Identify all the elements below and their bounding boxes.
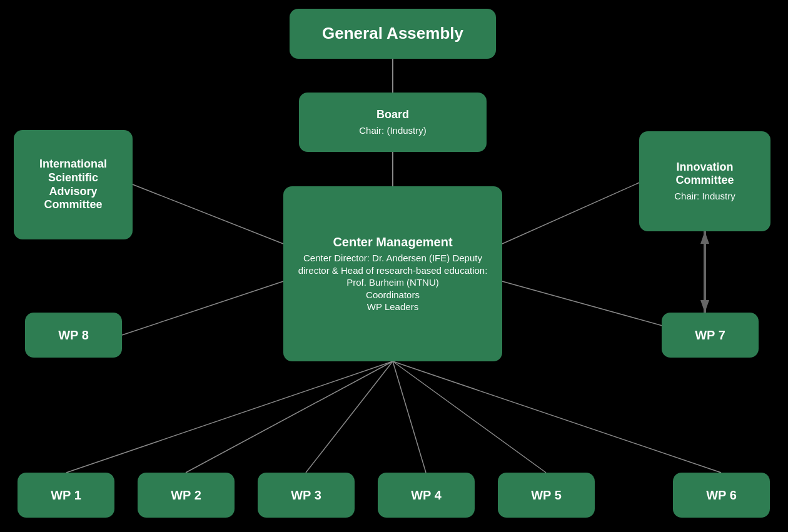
innovation-committee-node: InnovationCommittee Chair: Industry — [639, 131, 770, 231]
general-assembly-node: General Assembly — [290, 9, 496, 59]
wp2-node: WP 2 — [138, 473, 235, 518]
svg-line-9 — [393, 361, 426, 473]
wp7-node: WP 7 — [662, 313, 759, 358]
wp2-title: WP 2 — [171, 488, 201, 503]
svg-line-11 — [393, 361, 721, 473]
svg-line-4 — [122, 281, 283, 335]
center-management-node: Center Management Center Director: Dr. A… — [283, 186, 502, 361]
org-chart: General Assembly Board Chair: (Industry)… — [0, 0, 788, 532]
wp6-node: WP 6 — [673, 473, 770, 518]
svg-line-8 — [306, 361, 393, 473]
wp8-title: WP 8 — [58, 328, 89, 343]
svg-marker-14 — [700, 300, 709, 313]
wp6-title: WP 6 — [706, 488, 737, 503]
isac-title: InternationalScientificAdvisoryCommittee — [39, 158, 107, 211]
svg-line-3 — [502, 181, 642, 244]
wp4-title: WP 4 — [411, 488, 442, 503]
wp3-node: WP 3 — [258, 473, 355, 518]
ic-subtitle: Chair: Industry — [674, 190, 735, 203]
general-assembly-title: General Assembly — [322, 24, 463, 43]
cm-subtitle: Center Director: Dr. Andersen (IFE) Depu… — [292, 252, 493, 313]
wp3-title: WP 3 — [291, 488, 321, 503]
board-title: Board — [376, 108, 409, 122]
svg-line-7 — [186, 361, 393, 473]
ic-title: InnovationCommittee — [675, 161, 734, 188]
svg-marker-13 — [700, 231, 709, 244]
svg-line-2 — [133, 184, 283, 244]
board-node: Board Chair: (Industry) — [299, 93, 487, 152]
svg-line-6 — [66, 361, 393, 473]
board-subtitle: Chair: (Industry) — [359, 124, 427, 137]
wp5-title: WP 5 — [531, 488, 562, 503]
isac-node: InternationalScientificAdvisoryCommittee — [14, 130, 133, 239]
wp7-title: WP 7 — [695, 328, 725, 343]
svg-line-10 — [393, 361, 546, 473]
wp5-node: WP 5 — [498, 473, 595, 518]
wp4-node: WP 4 — [378, 473, 475, 518]
cm-title: Center Management — [333, 234, 452, 249]
wp8-node: WP 8 — [25, 313, 122, 358]
wp1-node: WP 1 — [18, 473, 114, 518]
wp1-title: WP 1 — [51, 488, 81, 503]
